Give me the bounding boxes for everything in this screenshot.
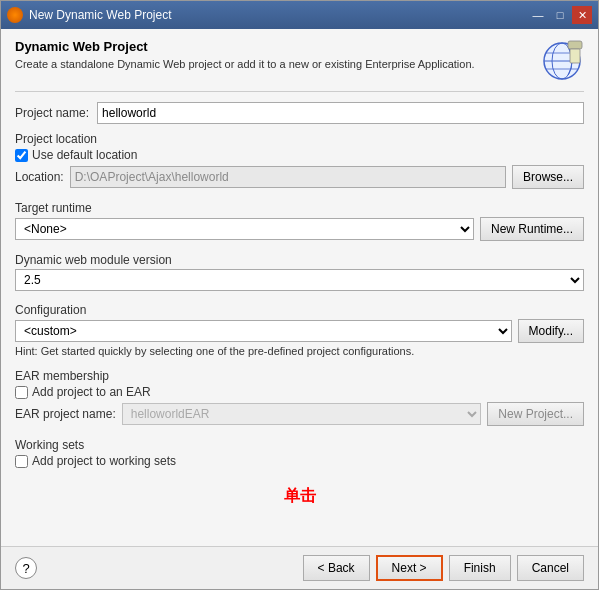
- project-location-section: Project location Use default location Lo…: [15, 132, 584, 189]
- dialog-content: Dynamic Web Project Create a standalone …: [1, 29, 598, 546]
- dialog-footer: ? < Back Next > Finish Cancel: [1, 546, 598, 589]
- target-runtime-label: Target runtime: [15, 201, 584, 215]
- title-bar: New Dynamic Web Project — □ ✕: [1, 1, 598, 29]
- browse-button[interactable]: Browse...: [512, 165, 584, 189]
- ear-project-name-label: EAR project name:: [15, 407, 116, 421]
- close-button[interactable]: ✕: [572, 6, 592, 24]
- footer-right: < Back Next > Finish Cancel: [303, 555, 584, 581]
- next-button[interactable]: Next >: [376, 555, 443, 581]
- header-section: Dynamic Web Project Create a standalone …: [15, 39, 584, 92]
- ear-project-row: EAR project name: helloworldEAR New Proj…: [15, 402, 584, 426]
- modify-button[interactable]: Modify...: [518, 319, 584, 343]
- add-to-working-sets-row: Add project to working sets: [15, 454, 584, 468]
- configuration-row: <custom> Default Configuration Modify...: [15, 319, 584, 343]
- use-default-location-checkbox-label: Use default location: [32, 148, 137, 162]
- configuration-label: Configuration: [15, 303, 584, 317]
- configuration-section: Configuration <custom> Default Configura…: [15, 303, 584, 357]
- ear-project-name-select[interactable]: helloworldEAR: [122, 403, 482, 425]
- hint-text: Hint: Get started quickly by selecting o…: [15, 345, 584, 357]
- new-project-button[interactable]: New Project...: [487, 402, 584, 426]
- project-location-label: Project location: [15, 132, 584, 146]
- new-runtime-button[interactable]: New Runtime...: [480, 217, 584, 241]
- add-to-ear-label: Add project to an EAR: [32, 385, 151, 399]
- target-runtime-section: Target runtime <None> New Runtime...: [15, 201, 584, 241]
- add-to-working-sets-label: Add project to working sets: [32, 454, 176, 468]
- back-button[interactable]: < Back: [303, 555, 370, 581]
- working-sets-label: Working sets: [15, 438, 584, 452]
- use-default-location-row: Use default location: [15, 148, 584, 162]
- working-sets-section: Working sets Add project to working sets: [15, 438, 584, 468]
- footer-left: ?: [15, 557, 37, 579]
- cancel-button[interactable]: Cancel: [517, 555, 584, 581]
- header-description: Create a standalone Dynamic Web project …: [15, 58, 475, 70]
- configuration-select[interactable]: <custom> Default Configuration: [15, 320, 512, 342]
- app-icon: [7, 7, 23, 23]
- main-window: New Dynamic Web Project — □ ✕ Dynamic We…: [0, 0, 599, 590]
- finish-button[interactable]: Finish: [449, 555, 511, 581]
- title-bar-left: New Dynamic Web Project: [7, 7, 172, 23]
- window-title: New Dynamic Web Project: [29, 8, 172, 22]
- svg-rect-6: [570, 49, 580, 63]
- svg-rect-5: [568, 41, 582, 49]
- window-controls: — □ ✕: [528, 6, 592, 24]
- target-runtime-select[interactable]: <None>: [15, 218, 474, 240]
- form-body: Project name: Project location Use defau…: [15, 102, 584, 536]
- add-to-ear-checkbox[interactable]: [15, 386, 28, 399]
- header-text: Dynamic Web Project Create a standalone …: [15, 39, 475, 70]
- ear-membership-label: EAR membership: [15, 369, 584, 383]
- location-input[interactable]: [70, 166, 506, 188]
- maximize-button[interactable]: □: [550, 6, 570, 24]
- dynamic-web-module-section: Dynamic web module version 2.5 3.0 3.1: [15, 253, 584, 291]
- web-project-icon: [540, 39, 584, 83]
- location-label: Location:: [15, 170, 64, 184]
- project-name-input[interactable]: [97, 102, 584, 124]
- dynamic-web-module-select[interactable]: 2.5 3.0 3.1: [15, 269, 584, 291]
- add-to-working-sets-checkbox[interactable]: [15, 455, 28, 468]
- add-to-ear-row: Add project to an EAR: [15, 385, 584, 399]
- minimize-button[interactable]: —: [528, 6, 548, 24]
- location-row: Location: Browse...: [15, 165, 584, 189]
- use-default-location-checkbox[interactable]: [15, 149, 28, 162]
- help-button[interactable]: ?: [15, 557, 37, 579]
- project-name-label: Project name:: [15, 106, 89, 120]
- header-title: Dynamic Web Project: [15, 39, 475, 54]
- target-runtime-row: <None> New Runtime...: [15, 217, 584, 241]
- dynamic-web-module-label: Dynamic web module version: [15, 253, 584, 267]
- click-text: 单击: [15, 486, 584, 507]
- ear-membership-section: EAR membership Add project to an EAR EAR…: [15, 369, 584, 426]
- project-name-row: Project name:: [15, 102, 584, 124]
